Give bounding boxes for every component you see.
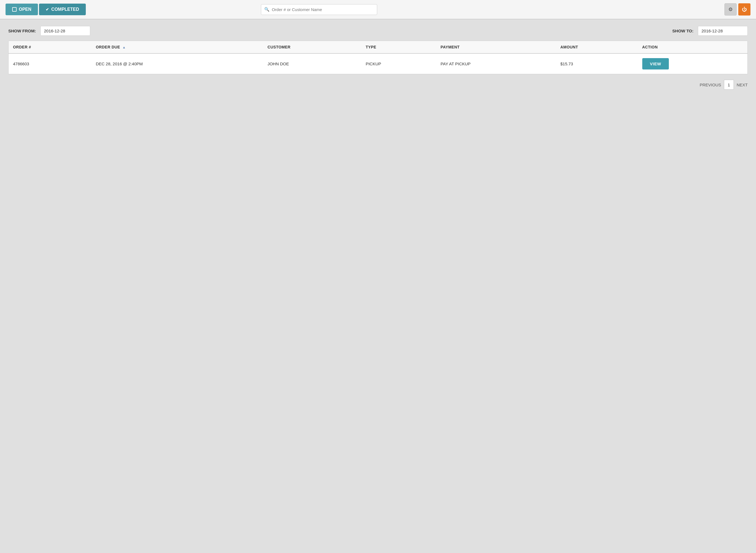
open-tab-button[interactable]: OPEN	[6, 4, 38, 15]
col-payment: PAYMENT	[436, 41, 556, 54]
cell-type: PICKUP	[361, 54, 436, 74]
show-from-label: SHOW FROM:	[8, 28, 36, 33]
tab-buttons: OPEN ✔ COMPLETED	[6, 4, 86, 15]
search-container: 🔍	[261, 4, 377, 15]
col-amount: AMOUNT	[556, 41, 638, 54]
orders-table: ORDER # ORDER DUE ▲ CUSTOMER TYPE PAYMEN…	[9, 41, 747, 74]
show-from-input[interactable]	[40, 26, 90, 36]
search-input[interactable]	[261, 4, 377, 15]
cell-action: VIEW	[638, 54, 747, 74]
open-checkbox-icon	[12, 7, 17, 12]
cell-amount: $15.73	[556, 54, 638, 74]
gear-icon: ⚙	[728, 6, 733, 12]
page-number[interactable]: 1	[724, 80, 734, 90]
orders-table-container: ORDER # ORDER DUE ▲ CUSTOMER TYPE PAYMEN…	[8, 41, 748, 74]
right-buttons: ⚙ ⏻	[725, 3, 750, 15]
cell-order-num: 4786603	[9, 54, 91, 74]
completed-check-icon: ✔	[46, 7, 49, 12]
top-bar: OPEN ✔ COMPLETED 🔍 ⚙ ⏻	[0, 0, 756, 19]
cell-payment: PAY AT PICKUP	[436, 54, 556, 74]
col-customer: CUSTOMER	[263, 41, 361, 54]
completed-tab-button[interactable]: ✔ COMPLETED	[39, 4, 86, 15]
filter-row: SHOW FROM: SHOW TO:	[8, 26, 748, 36]
view-button[interactable]: VIEW	[642, 58, 669, 70]
table-row: 4786603 DEC 28, 2016 @ 2:40PM JOHN DOE P…	[9, 54, 747, 74]
col-action: ACTION	[638, 41, 747, 54]
pagination: PREVIOUS 1 NEXT	[8, 74, 748, 92]
completed-tab-label: COMPLETED	[51, 7, 79, 12]
previous-button[interactable]: PREVIOUS	[699, 82, 721, 87]
show-to-label: SHOW TO:	[672, 28, 693, 33]
col-order-due[interactable]: ORDER DUE ▲	[91, 41, 263, 54]
settings-button[interactable]: ⚙	[725, 3, 737, 15]
col-type: TYPE	[361, 41, 436, 54]
cell-order-due: DEC 28, 2016 @ 2:40PM	[91, 54, 263, 74]
table-header-row: ORDER # ORDER DUE ▲ CUSTOMER TYPE PAYMEN…	[9, 41, 747, 54]
show-to-input[interactable]	[698, 26, 748, 36]
power-icon: ⏻	[742, 7, 747, 12]
open-tab-label: OPEN	[19, 7, 31, 12]
col-order-num: ORDER #	[9, 41, 91, 54]
search-icon: 🔍	[264, 7, 269, 12]
sort-arrow-icon: ▲	[122, 46, 125, 49]
cell-customer: JOHN DOE	[263, 54, 361, 74]
next-button[interactable]: NEXT	[737, 82, 748, 87]
content-area: SHOW FROM: SHOW TO: ORDER # ORDER DUE ▲ …	[0, 19, 756, 99]
power-button[interactable]: ⏻	[738, 3, 750, 15]
